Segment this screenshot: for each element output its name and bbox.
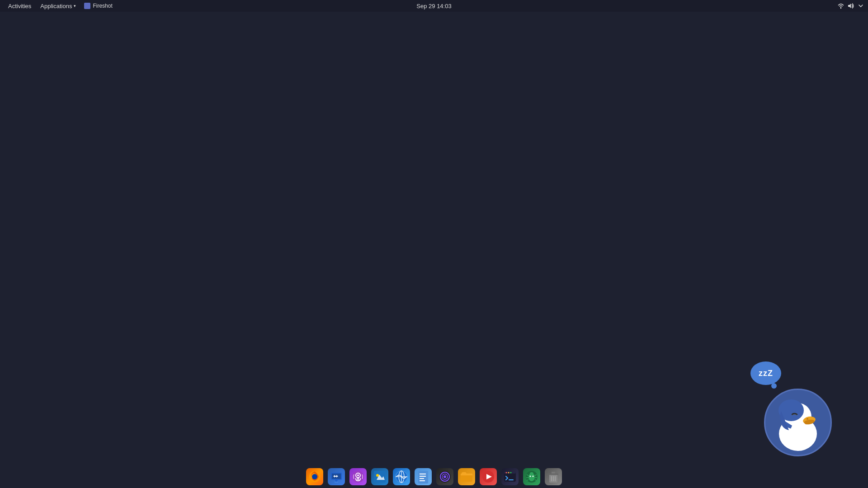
duck-mascot-body: [764, 389, 832, 456]
chevron-down-icon[interactable]: [857, 2, 864, 9]
terminal-icon: [501, 468, 519, 485]
svg-point-37: [506, 472, 507, 474]
dock-draw[interactable]: [370, 467, 390, 487]
duck-mascot-svg: [769, 393, 827, 452]
dock-terminal[interactable]: [500, 467, 520, 487]
svg-rect-12: [335, 482, 338, 483]
activities-button[interactable]: Activities: [4, 0, 36, 12]
top-bar: Activities Applications ▾ Fireshot Sep 2…: [0, 0, 868, 12]
dock-firefox[interactable]: [305, 467, 325, 487]
svg-rect-24: [418, 471, 428, 483]
ddg-mascot: zzZ: [764, 389, 832, 456]
files-icon: [458, 468, 475, 485]
dock-trash[interactable]: [543, 467, 563, 487]
text-icon: [415, 468, 432, 485]
active-window-icon: [84, 3, 90, 9]
bugs-icon: [523, 468, 540, 485]
system-tray: [837, 2, 864, 9]
volume-icon[interactable]: [847, 2, 854, 9]
datetime-display[interactable]: Sep 29 14:03: [416, 3, 451, 9]
dock-podcast[interactable]: [348, 467, 368, 487]
draw-icon: [371, 468, 388, 485]
dock-text[interactable]: [413, 467, 433, 487]
svg-point-0: [840, 8, 841, 9]
podcast-icon: [349, 468, 367, 485]
svg-point-38: [508, 472, 509, 474]
svg-point-39: [510, 472, 512, 474]
obs-icon: [436, 468, 453, 485]
dock-remdesktop[interactable]: [326, 467, 346, 487]
svg-rect-26: [420, 476, 426, 477]
remdesktop-icon: [328, 468, 345, 485]
svg-rect-27: [420, 478, 424, 479]
svg-point-50: [530, 476, 531, 477]
dock-browser[interactable]: [392, 467, 411, 487]
svg-rect-54: [552, 472, 555, 474]
svg-rect-25: [420, 474, 426, 474]
dock-play[interactable]: [478, 467, 498, 487]
svg-rect-15: [358, 478, 359, 480]
applications-dropdown-arrow: ▾: [74, 4, 76, 8]
svg-point-18: [376, 474, 379, 477]
firefox-icon: [306, 468, 323, 485]
applications-menu-button[interactable]: Applications ▾: [36, 0, 80, 12]
zzz-speech-bubble: zzZ: [750, 361, 781, 385]
svg-point-43: [530, 472, 533, 476]
active-window-label: Fireshot: [93, 3, 112, 9]
dock-obs[interactable]: [435, 467, 455, 487]
svg-point-16: [357, 474, 359, 476]
taskbar: [0, 465, 868, 488]
topbar-left: Activities Applications ▾ Fireshot: [4, 0, 116, 12]
svg-point-6: [790, 421, 808, 445]
svg-point-32: [443, 475, 446, 478]
dock-files[interactable]: [457, 467, 476, 487]
svg-point-9: [312, 474, 317, 479]
desktop: zzZ: [0, 12, 868, 465]
svg-point-51: [533, 476, 534, 477]
dock-bugs[interactable]: [522, 467, 542, 487]
play-icon: [480, 468, 497, 485]
svg-point-7: [807, 418, 808, 420]
active-window-indicator[interactable]: Fireshot: [80, 3, 116, 9]
svg-rect-28: [420, 480, 425, 481]
browser-icon: [393, 468, 410, 485]
wifi-icon[interactable]: [837, 2, 844, 9]
trash-icon: [545, 468, 562, 485]
svg-rect-53: [548, 474, 558, 475]
